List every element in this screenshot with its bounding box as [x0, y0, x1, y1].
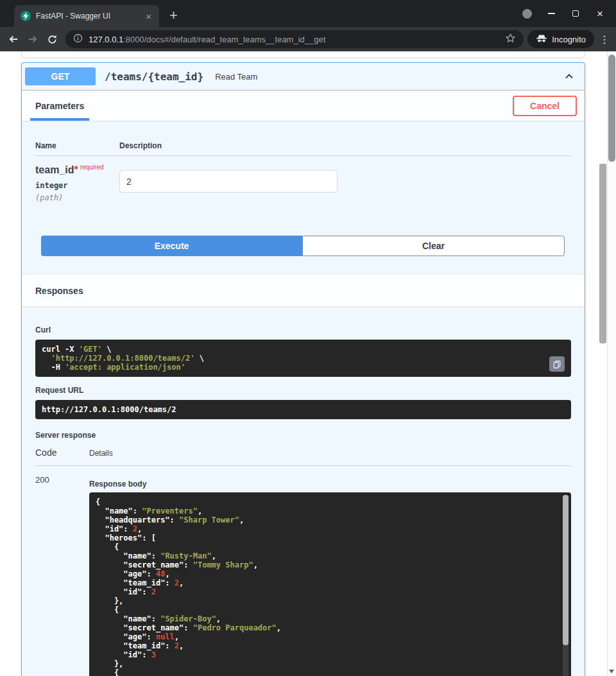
- opblock-get-read-team: GET /teams/{team_id} Read Team Parameter…: [21, 62, 585, 676]
- window-close-button[interactable]: ×: [588, 0, 612, 27]
- url-text: 127.0.0.1:8000/docs#/default/read_team_t…: [89, 35, 499, 44]
- window-scrollbar[interactable]: [607, 51, 616, 676]
- curl-command: curl -X 'GET' \ 'http://127.0.0.1:8000/t…: [42, 345, 565, 372]
- tab-search-icon: [522, 9, 532, 19]
- swagger-page: GET /teams/{team_id} Read Team Parameter…: [0, 51, 616, 676]
- new-tab-button[interactable]: +: [169, 8, 178, 22]
- response-body-block: { "name": "Preventers", "headquarters": …: [89, 492, 571, 676]
- incognito-label: Incognito: [552, 35, 586, 44]
- back-icon: [8, 33, 19, 45]
- curl-label: Curl: [35, 325, 571, 334]
- server-response-label: Server response: [35, 431, 571, 440]
- maximize-icon: [572, 10, 579, 17]
- response-table-header: Code Details: [35, 447, 571, 466]
- column-name-header: Name: [35, 141, 119, 150]
- opblock-summary[interactable]: GET /teams/{team_id} Read Team: [22, 63, 585, 91]
- responses-section-header: Responses: [22, 274, 585, 306]
- url-host: 127.0.0.1: [89, 35, 123, 44]
- scrollbar-down-icon[interactable]: [609, 670, 614, 673]
- responses-title: Responses: [35, 286, 83, 296]
- previous-section-edge: [21, 51, 585, 58]
- response-row: 200 Response body { "name": "Preventers"…: [35, 466, 571, 676]
- minimize-icon: [548, 13, 555, 14]
- tab-parameters[interactable]: Parameters: [30, 91, 89, 121]
- cancel-button[interactable]: Cancel: [513, 96, 577, 116]
- reload-button[interactable]: [42, 30, 62, 49]
- required-star: *: [74, 164, 78, 175]
- incognito-spy-icon: [536, 33, 547, 46]
- browser-tab[interactable]: FastAPI - Swagger UI ×: [14, 5, 159, 27]
- window-close-icon: ×: [597, 8, 603, 19]
- response-body-label: Response body: [89, 480, 571, 489]
- required-label: required: [80, 164, 104, 171]
- forward-icon: [27, 33, 38, 45]
- execute-button[interactable]: Execute: [41, 236, 302, 256]
- parameter-type: integer: [35, 181, 119, 190]
- tab-close-icon[interactable]: ×: [144, 12, 153, 21]
- http-method-badge: GET: [25, 67, 96, 85]
- curl-code-block: curl -X 'GET' \ 'http://127.0.0.1:8000/t…: [35, 340, 571, 377]
- details-column-header: Details: [89, 449, 113, 458]
- forward-button[interactable]: [23, 30, 42, 49]
- team-id-input[interactable]: [119, 170, 338, 193]
- address-bar[interactable]: 127.0.0.1:8000/docs#/default/read_team_t…: [65, 30, 524, 48]
- parameter-description-cell: [119, 164, 338, 202]
- response-scrollbar-thumb[interactable]: [563, 495, 569, 645]
- parameter-name-cell: team_id*required integer (path): [35, 164, 119, 202]
- status-code: 200: [35, 475, 89, 676]
- browser-menu-button[interactable]: ⋮: [597, 33, 612, 46]
- parameter-row: team_id*required integer (path): [35, 156, 571, 202]
- browser-tab-strip: FastAPI - Swagger UI × + ×: [0, 0, 616, 27]
- response-details-cell: Response body { "name": "Preventers", "h…: [89, 475, 571, 676]
- fastapi-favicon-icon: [21, 11, 31, 21]
- request-url-value: http://127.0.0.1:8000/teams/2: [35, 400, 571, 419]
- window-scrollbar-thumb[interactable]: [608, 55, 615, 162]
- minimize-button[interactable]: [539, 0, 563, 27]
- request-url-label: Request URL: [35, 386, 571, 395]
- response-body-json: { "name": "Preventers", "headquarters": …: [96, 498, 554, 676]
- collapse-chevron-icon[interactable]: [563, 70, 576, 83]
- endpoint-path: /teams/{team_id}: [105, 71, 203, 83]
- site-info-icon[interactable]: [73, 33, 83, 46]
- back-button[interactable]: [4, 30, 23, 49]
- parameters-table-header: Name Description: [35, 141, 571, 156]
- endpoint-summary: Read Team: [215, 72, 257, 82]
- parameter-name: team_id*required: [35, 164, 119, 176]
- parameter-location: (path): [35, 193, 119, 202]
- url-path: :8000/docs#/default/read_team_teams__tea…: [123, 35, 325, 44]
- code-column-header: Code: [35, 447, 89, 458]
- tab-title: FastAPI - Swagger UI: [36, 12, 139, 21]
- responses-body: Curl curl -X 'GET' \ 'http://127.0.0.1:8…: [22, 306, 585, 676]
- parameters-title: Parameters: [35, 101, 84, 111]
- maximize-button[interactable]: [563, 0, 588, 27]
- parameters-section-header: Parameters Cancel: [22, 91, 585, 121]
- parameters-body: Name Description team_id*required intege…: [22, 121, 585, 274]
- copy-icon: [552, 360, 561, 368]
- bookmark-star-icon[interactable]: [505, 33, 516, 46]
- browser-toolbar: 127.0.0.1:8000/docs#/default/read_team_t…: [0, 27, 616, 51]
- clear-button[interactable]: Clear: [302, 236, 565, 256]
- active-tab-underline: [30, 118, 89, 121]
- execute-row: Execute Clear: [41, 236, 565, 256]
- incognito-badge: Incognito: [527, 30, 594, 48]
- copy-to-clipboard-button[interactable]: [549, 356, 565, 372]
- tab-search-button[interactable]: [515, 0, 539, 27]
- content-scrollbar-thumb[interactable]: [599, 164, 606, 343]
- column-description-header: Description: [119, 141, 162, 150]
- reload-icon: [47, 34, 58, 45]
